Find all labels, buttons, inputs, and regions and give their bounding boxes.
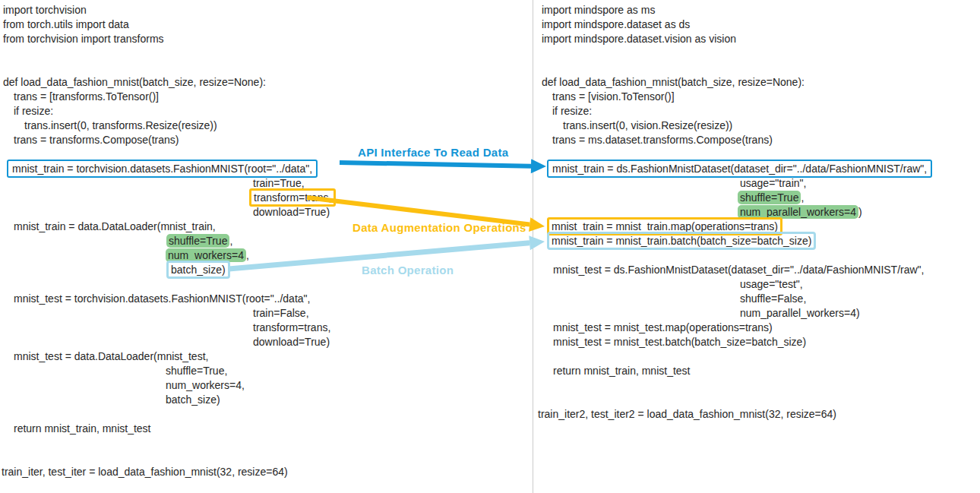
code-text: return mnist_train, mnist_test	[553, 365, 691, 377]
code-text: shuffle=False,	[740, 292, 806, 305]
batch-operation-label: Batch Operation	[362, 264, 454, 277]
code-line: trans = [transforms.ToTensor()]	[0, 90, 533, 104]
code-line: shuffle=True,	[0, 364, 533, 378]
code-line: def load_data_fashion_mnist(batch_size, …	[0, 75, 533, 90]
code-line	[533, 393, 980, 407]
code-text: import mindspore.dataset as ds	[542, 18, 690, 30]
code-line: mnist_train = ds.FashionMnistDataset(dat…	[533, 162, 980, 176]
code-line: download=True)	[0, 335, 533, 349]
code-line	[0, 277, 533, 292]
code-line: num_workers=4,	[0, 248, 533, 263]
code-hl-green: shuffle=True	[738, 191, 801, 204]
code-line: import mindspore as ms	[533, 3, 980, 17]
code-line: train_iter, test_iter = load_data_fashio…	[0, 465, 533, 479]
code-text: trans = transforms.Compose(trans)	[14, 134, 179, 146]
code-text: batch_size)	[166, 393, 220, 406]
pytorch-code-panel: import torchvisionfrom torch.utils impor…	[0, 0, 533, 479]
code-text: train_iter2, test_iter2 = load_data_fash…	[538, 408, 836, 420]
code-line: train=False,	[0, 306, 533, 321]
code-text: mnist_train = data.DataLoader(mnist_trai…	[14, 220, 216, 232]
code-line: batch_size)	[0, 393, 533, 407]
code-text: mnist_test = data.DataLoader(mnist_test,	[14, 350, 208, 362]
code-line	[0, 61, 533, 75]
data-augmentation-label: Data Augmentation Operations	[352, 221, 526, 234]
code-line: mnist_test = ds.FashionMnistDataset(data…	[533, 263, 980, 277]
code-line: def load_data_fashion_mnist(batch_size, …	[533, 75, 980, 90]
code-text: ,	[801, 191, 804, 204]
code-text: ,	[229, 235, 232, 247]
code-line: shuffle=False,	[533, 292, 980, 306]
code-text: )	[858, 206, 862, 218]
code-line: return mnist_train, mnist_test	[0, 422, 533, 436]
code-line: trans = ms.dataset.transforms.Compose(tr…	[533, 133, 980, 147]
code-text: download=True)	[253, 206, 330, 218]
code-line: mnist_test = mnist_test.map(operations=t…	[533, 321, 980, 335]
code-line: trans.insert(0, vision.Resize(resize))	[533, 119, 980, 133]
code-line: if resize:	[533, 104, 980, 119]
code-text: mnist_test = mnist_test.batch(batch_size…	[553, 336, 806, 348]
code-line: trans.insert(0, transforms.Resize(resize…	[0, 119, 533, 133]
code-line: from torchvision import transforms	[0, 32, 533, 46]
code-line: import mindspore.dataset.vision as visio…	[533, 32, 980, 46]
code-line: transform=trans,	[0, 191, 533, 205]
code-text: trans = [transforms.ToTensor()]	[14, 90, 159, 103]
code-comparison-canvas: import torchvisionfrom torch.utils impor…	[0, 0, 980, 493]
code-line: shuffle=True,	[0, 234, 533, 248]
code-text: mnist_test = mnist_test.map(operations=t…	[553, 321, 773, 333]
code-line: return mnist_train, mnist_test	[533, 364, 980, 378]
code-line: num_workers=4,	[0, 378, 533, 393]
code-line	[0, 436, 533, 450]
code-text: mnist_test = torchvision.datasets.Fashio…	[14, 292, 310, 305]
code-line	[533, 349, 980, 364]
code-text: def load_data_fashion_mnist(batch_size, …	[542, 76, 805, 88]
code-text: train=False,	[253, 307, 309, 319]
code-line	[533, 61, 980, 75]
code-text: num_parallel_workers=4)	[740, 307, 860, 319]
code-line: import torchvision	[0, 3, 533, 17]
code-line: mnist_test = mnist_test.batch(batch_size…	[533, 335, 980, 349]
code-line: if resize:	[0, 104, 533, 119]
code-text: if resize:	[552, 105, 592, 117]
code-text: from torch.utils import data	[3, 18, 129, 30]
code-line: trans = [vision.ToTensor()]	[533, 90, 980, 104]
code-line	[0, 46, 533, 61]
code-box-yellow: transform=trans,	[249, 188, 336, 207]
api-interface-label: API Interface To Read Data	[358, 146, 508, 159]
code-line: mnist_test = data.DataLoader(mnist_test,	[0, 349, 533, 364]
code-text: transform=trans,	[253, 321, 330, 333]
code-text: mnist_test = ds.FashionMnistDataset(data…	[553, 264, 924, 276]
code-text: usage="train",	[740, 177, 806, 189]
mindspore-code-panel: import mindspore as msimport mindspore.d…	[533, 0, 980, 422]
code-text: return mnist_train, mnist_test	[14, 422, 151, 435]
code-line: mnist_train = mnist_train.batch(batch_si…	[533, 234, 980, 248]
code-line: usage="train",	[533, 176, 980, 191]
code-line: usage="test",	[533, 277, 980, 292]
code-text: from torchvision import transforms	[3, 33, 164, 45]
code-text: trans = ms.dataset.transforms.Compose(tr…	[552, 134, 773, 146]
code-text: train=True,	[253, 177, 305, 189]
code-text: download=True)	[253, 336, 330, 348]
code-text: shuffle=True,	[166, 365, 227, 377]
code-text: def load_data_fashion_mnist(batch_size, …	[3, 76, 266, 88]
code-line: import mindspore.dataset as ds	[533, 17, 980, 32]
code-text: import mindspore.dataset.vision as visio…	[542, 33, 736, 45]
code-text: if resize:	[14, 105, 53, 117]
code-line	[0, 450, 533, 465]
code-text: trans.insert(0, vision.Resize(resize))	[563, 119, 732, 131]
code-text: trans.insert(0, transforms.Resize(resize…	[24, 119, 217, 131]
code-line	[0, 407, 533, 422]
code-line	[533, 46, 980, 61]
code-line: train_iter2, test_iter2 = load_data_fash…	[533, 407, 980, 422]
code-text: import torchvision	[3, 4, 87, 16]
code-line: shuffle=True,	[533, 191, 980, 205]
code-line: mnist_train = torchvision.datasets.Fashi…	[0, 162, 533, 176]
code-line: mnist_test = torchvision.datasets.Fashio…	[0, 292, 533, 306]
code-text: train_iter, test_iter = load_data_fashio…	[2, 466, 288, 478]
code-box-blue: mnist_train = ds.FashionMnistDataset(dat…	[547, 160, 932, 178]
code-box-blue: mnist_train = torchvision.datasets.Fashi…	[7, 160, 318, 178]
code-text: ,	[246, 249, 249, 261]
code-box-cyan: mnist_train = mnist_train.batch(batch_si…	[547, 232, 816, 250]
code-line	[533, 248, 980, 263]
code-line: from torch.utils import data	[0, 17, 533, 32]
code-text: import mindspore as ms	[542, 4, 655, 16]
